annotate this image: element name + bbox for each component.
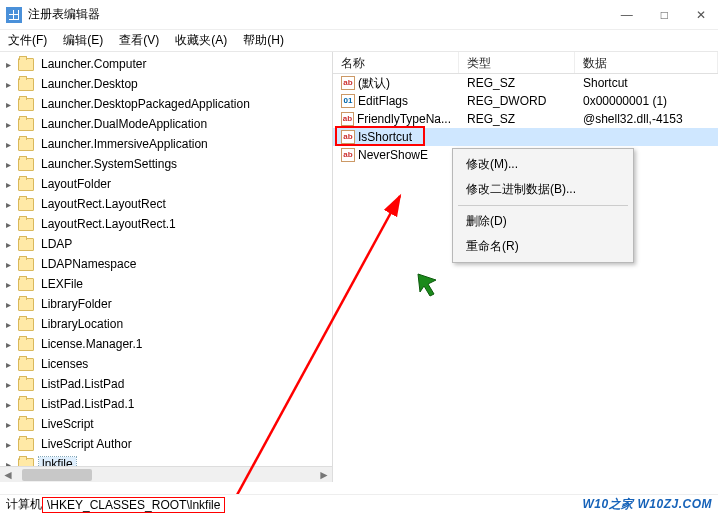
list-row[interactable]: abFriendlyTypeNa...REG_SZ@shell32.dll,-4…: [333, 110, 718, 128]
tree-item-label: LayoutFolder: [39, 177, 113, 191]
menu-rename[interactable]: 重命名(R): [456, 234, 630, 259]
tree-item[interactable]: ▸LiveScript: [0, 414, 332, 434]
tree-item[interactable]: ▸ListPad.ListPad.1: [0, 394, 332, 414]
menu-file[interactable]: 文件(F): [8, 32, 47, 49]
tree-item[interactable]: ▸LayoutRect.LayoutRect: [0, 194, 332, 214]
tree-item-label: ListPad.ListPad.1: [39, 397, 136, 411]
tree-item[interactable]: ▸LayoutRect.LayoutRect.1: [0, 214, 332, 234]
folder-icon: [18, 378, 34, 391]
menu-modify-binary[interactable]: 修改二进制数据(B)...: [456, 177, 630, 202]
expander-icon[interactable]: ▸: [6, 139, 18, 150]
tree-item-label: LDAPNamespace: [39, 257, 138, 271]
tree-item[interactable]: ▸LDAP: [0, 234, 332, 254]
expander-icon[interactable]: ▸: [6, 379, 18, 390]
expander-icon[interactable]: ▸: [6, 219, 18, 230]
tree-item[interactable]: ▸LayoutFolder: [0, 174, 332, 194]
tree-item-label: Launcher.DualModeApplication: [39, 117, 209, 131]
column-name[interactable]: 名称: [333, 52, 459, 73]
string-value-icon: ab: [341, 112, 354, 126]
registry-tree[interactable]: ▸Launcher.Computer▸Launcher.Desktop▸Laun…: [0, 52, 332, 474]
tree-item[interactable]: ▸Launcher.Desktop: [0, 74, 332, 94]
tree-item-label: License.Manager.1: [39, 337, 144, 351]
list-row[interactable]: 01EditFlagsREG_DWORD0x00000001 (1): [333, 92, 718, 110]
system-buttons: — □ ✕: [621, 8, 706, 22]
value-name: EditFlags: [358, 94, 408, 108]
expander-icon[interactable]: ▸: [6, 419, 18, 430]
menu-favorites[interactable]: 收藏夹(A): [175, 32, 227, 49]
tree-item[interactable]: ▸Launcher.ImmersiveApplication: [0, 134, 332, 154]
tree-item-label: LayoutRect.LayoutRect.1: [39, 217, 178, 231]
tree-item[interactable]: ▸Licenses: [0, 354, 332, 374]
workspace: ▸Launcher.Computer▸Launcher.Desktop▸Laun…: [0, 52, 718, 482]
minimize-button[interactable]: —: [621, 8, 633, 22]
watermark: W10之家 W10ZJ.COM: [582, 496, 712, 513]
menu-help[interactable]: 帮助(H): [243, 32, 284, 49]
expander-icon[interactable]: ▸: [6, 299, 18, 310]
expander-icon[interactable]: ▸: [6, 59, 18, 70]
menu-view[interactable]: 查看(V): [119, 32, 159, 49]
expander-icon[interactable]: ▸: [6, 99, 18, 110]
menu-delete[interactable]: 删除(D): [456, 209, 630, 234]
folder-icon: [18, 438, 34, 451]
tree-item[interactable]: ▸Launcher.DesktopPackagedApplication: [0, 94, 332, 114]
status-path: \HKEY_CLASSES_ROOT\lnkfile: [42, 497, 225, 513]
tree-item[interactable]: ▸Launcher.Computer: [0, 54, 332, 74]
titlebar: 注册表编辑器 — □ ✕: [0, 0, 718, 30]
tree-item[interactable]: ▸LDAPNamespace: [0, 254, 332, 274]
tree-item[interactable]: ▸License.Manager.1: [0, 334, 332, 354]
folder-icon: [18, 178, 34, 191]
window-title: 注册表编辑器: [28, 6, 621, 23]
tree-item-label: Launcher.Computer: [39, 57, 148, 71]
tree-item[interactable]: ▸Launcher.SystemSettings: [0, 154, 332, 174]
tree-horizontal-scrollbar[interactable]: ◄ ►: [0, 466, 332, 482]
column-type[interactable]: 类型: [459, 52, 575, 73]
tree-item-label: Launcher.SystemSettings: [39, 157, 179, 171]
scroll-left-icon[interactable]: ◄: [0, 468, 16, 482]
menu-edit[interactable]: 编辑(E): [63, 32, 103, 49]
menu-modify[interactable]: 修改(M)...: [456, 152, 630, 177]
scroll-right-icon[interactable]: ►: [316, 468, 332, 482]
expander-icon[interactable]: ▸: [6, 339, 18, 350]
tree-item[interactable]: ▸ListPad.ListPad: [0, 374, 332, 394]
expander-icon[interactable]: ▸: [6, 319, 18, 330]
value-data: Shortcut: [575, 76, 718, 90]
list-row[interactable]: abIsShortcut: [333, 128, 718, 146]
expander-icon[interactable]: ▸: [6, 259, 18, 270]
expander-icon[interactable]: ▸: [6, 359, 18, 370]
tree-item[interactable]: ▸LibraryLocation: [0, 314, 332, 334]
expander-icon[interactable]: ▸: [6, 179, 18, 190]
expander-icon[interactable]: ▸: [6, 399, 18, 410]
expander-icon[interactable]: ▸: [6, 79, 18, 90]
expander-icon[interactable]: ▸: [6, 239, 18, 250]
value-type: REG_DWORD: [459, 94, 575, 108]
expander-icon[interactable]: ▸: [6, 159, 18, 170]
folder-icon: [18, 418, 34, 431]
maximize-button[interactable]: □: [661, 8, 668, 22]
list-header[interactable]: 名称 类型 数据: [333, 52, 718, 74]
binary-value-icon: 01: [341, 94, 355, 108]
list-row[interactable]: ab(默认)REG_SZShortcut: [333, 74, 718, 92]
expander-icon[interactable]: ▸: [6, 119, 18, 130]
tree-item[interactable]: ▸Launcher.DualModeApplication: [0, 114, 332, 134]
scroll-thumb[interactable]: [22, 469, 92, 481]
folder-icon: [18, 98, 34, 111]
close-button[interactable]: ✕: [696, 8, 706, 22]
expander-icon[interactable]: ▸: [6, 199, 18, 210]
value-data: @shell32.dll,-4153: [575, 112, 718, 126]
expander-icon[interactable]: ▸: [6, 439, 18, 450]
tree-item[interactable]: ▸LEXFile: [0, 274, 332, 294]
tree-item-label: Launcher.ImmersiveApplication: [39, 137, 210, 151]
tree-item-label: LibraryLocation: [39, 317, 125, 331]
string-value-icon: ab: [341, 76, 355, 90]
value-list-pane: 名称 类型 数据 ab(默认)REG_SZShortcut01EditFlags…: [333, 52, 718, 482]
value-name: FriendlyTypeNa...: [357, 112, 451, 126]
column-data[interactable]: 数据: [575, 52, 718, 73]
folder-icon: [18, 238, 34, 251]
folder-icon: [18, 338, 34, 351]
tree-item[interactable]: ▸LiveScript Author: [0, 434, 332, 454]
value-type: REG_SZ: [459, 112, 575, 126]
tree-item[interactable]: ▸LibraryFolder: [0, 294, 332, 314]
value-name: (默认): [358, 75, 390, 92]
expander-icon[interactable]: ▸: [6, 279, 18, 290]
tree-item-label: LayoutRect.LayoutRect: [39, 197, 168, 211]
